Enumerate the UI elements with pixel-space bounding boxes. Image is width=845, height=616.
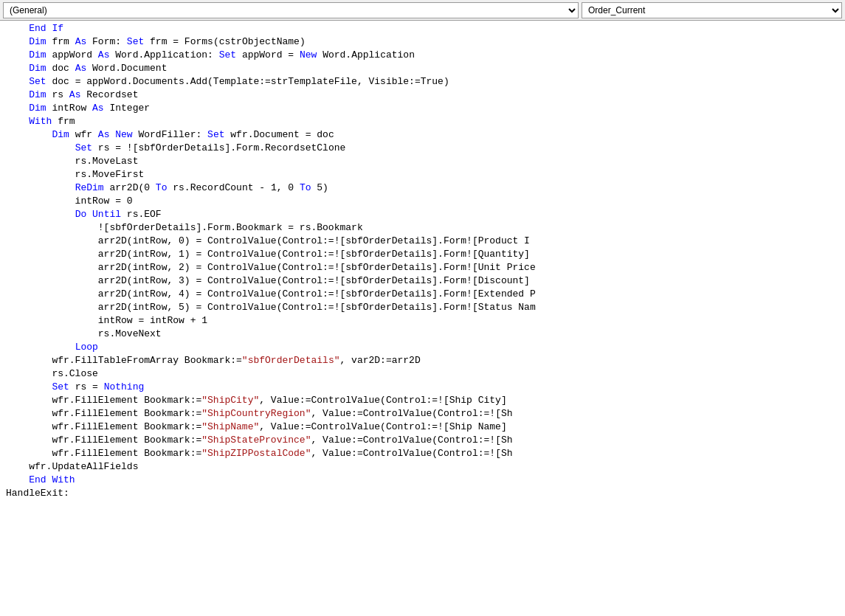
code-content: End If Dim frm As Form: Set frm = Forms(… xyxy=(6,22,845,500)
toolbar-row: (General) Order_Current xyxy=(0,0,845,21)
general-dropdown[interactable]: (General) xyxy=(3,2,579,18)
code-block[interactable]: End If Dim frm As Form: Set frm = Forms(… xyxy=(0,21,845,616)
procedure-dropdown[interactable]: Order_Current xyxy=(582,2,842,18)
